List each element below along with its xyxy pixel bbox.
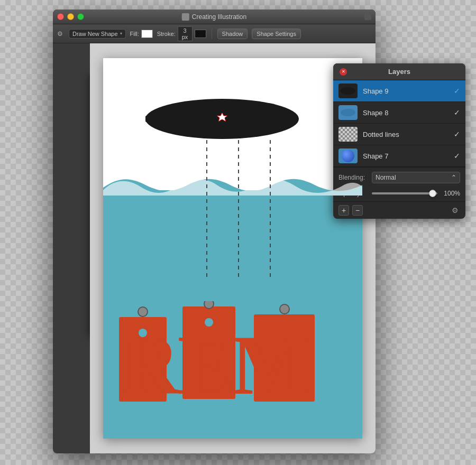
svg-point-12 [280, 304, 289, 314]
opacity-slider-thumb[interactable] [429, 190, 436, 197]
minimize-button[interactable] [67, 13, 74, 20]
layer-item-shape8[interactable]: Shape 8 ✓ [333, 102, 465, 124]
dashed-line-3 [270, 140, 271, 277]
layer-check-dotted-lines: ✓ [452, 130, 460, 138]
blending-value: Normal [376, 174, 396, 181]
layer-name-shape8: Shape 8 [363, 109, 452, 117]
canvas-area: REM [90, 43, 376, 453]
svg-point-11 [204, 301, 214, 309]
shape-settings-button[interactable]: Shape Settings [252, 29, 301, 39]
waves-svg [103, 166, 362, 196]
draw-shape-dropdown[interactable]: Draw New Shape ▾ [69, 29, 126, 39]
window-title: Creating Illustration [192, 13, 246, 21]
app-window: Creating Illustration ⚙ Draw New Shape ▾… [53, 10, 376, 453]
toolbar-separator [212, 29, 212, 39]
layer-thumb-shape9 [338, 83, 358, 98]
stroke-item: Stroke: 3 px [157, 26, 206, 41]
layers-footer-actions: + − [338, 205, 363, 216]
submarine-svg [135, 92, 304, 140]
layer-check-shape9: ✓ [452, 87, 460, 95]
traffic-lights [57, 13, 84, 20]
fill-color-swatch[interactable] [141, 30, 153, 38]
layers-gear-icon[interactable]: ⚙ [450, 205, 460, 216]
svg-text:REM: REM [119, 318, 309, 412]
title-bar: Creating Illustration [53, 10, 376, 24]
close-button[interactable] [57, 13, 64, 20]
dashed-line-2 [238, 140, 239, 277]
layers-close-button[interactable]: ✕ [340, 68, 347, 76]
stroke-color-swatch[interactable] [195, 30, 206, 38]
maximize-button[interactable] [77, 13, 84, 20]
layer-item-shape7[interactable]: Shape 7 ✓ [333, 145, 465, 167]
title-bar-center: Creating Illustration [182, 13, 246, 21]
toolbar: ⚙ Draw New Shape ▾ Fill: Stroke: 3 px Sh… [53, 24, 376, 43]
layers-footer: + − ⚙ [333, 201, 465, 219]
layer-item-shape9[interactable]: Shape 9 ✓ [333, 80, 465, 102]
layer-check-shape7: ✓ [452, 152, 460, 160]
svg-point-10 [138, 307, 148, 317]
gear-icon[interactable]: ⚙ [57, 30, 65, 38]
stroke-value[interactable]: 3 px [178, 26, 193, 41]
add-layer-button[interactable]: + [338, 205, 349, 216]
fill-label: Fill: [130, 31, 139, 37]
shadow-button[interactable]: Shadow [217, 29, 248, 39]
layer-name-shape9: Shape 9 [363, 87, 452, 95]
resize-button[interactable] [364, 13, 371, 20]
layer-thumb-dotted [338, 127, 358, 142]
app-icon [182, 13, 189, 21]
rem-letters-svg: REM [114, 301, 352, 412]
draw-shape-label: Draw New Shape [72, 31, 118, 37]
opacity-slider[interactable] [372, 192, 437, 194]
fill-item: Fill: [130, 30, 153, 38]
chevron-down-icon: ▾ [120, 31, 122, 36]
canvas: REM [103, 58, 362, 439]
remove-layer-button[interactable]: − [352, 205, 363, 216]
svg-rect-1 [145, 116, 155, 122]
opacity-value: 100% [442, 190, 460, 197]
blending-chevron-icon: ⌃ [451, 174, 456, 181]
layer-name-dotted-lines: Dotted lines [363, 131, 452, 138]
layer-name-shape7: Shape 7 [363, 152, 452, 160]
layer-thumb-shape7 [338, 148, 358, 163]
layers-header: ✕ Layers [333, 63, 465, 80]
stroke-label: Stroke: [157, 31, 176, 37]
layers-title: Layers [388, 68, 410, 76]
layer-item-dotted-lines[interactable]: Dotted lines ✓ [333, 124, 465, 145]
layer-check-shape8: ✓ [452, 108, 460, 117]
layer-thumb-shape8 [338, 105, 358, 120]
blending-dropdown[interactable]: Normal ⌃ [372, 172, 460, 183]
dashed-line-1 [206, 140, 207, 277]
svg-rect-2 [154, 115, 156, 123]
